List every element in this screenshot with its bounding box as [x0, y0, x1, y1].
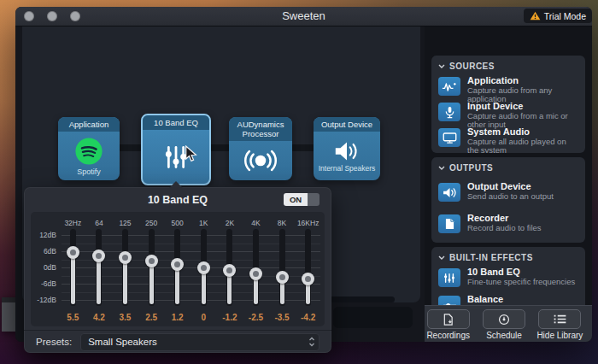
hide-library-button[interactable]	[538, 309, 581, 329]
db-scale-label: 6dB	[31, 247, 56, 255]
monitor-icon	[438, 128, 460, 147]
node-subtitle: Spotify	[77, 167, 101, 176]
eq-slider-knob[interactable]	[92, 250, 105, 262]
section-header-built-in-effects[interactable]: BUILT-IN EFFECTS	[438, 251, 578, 263]
frequency-labels: 32Hz641252505001K2K4K8K16KHz	[31, 212, 325, 227]
clock-icon	[498, 314, 510, 326]
spotify-icon	[74, 137, 103, 166]
eq-band	[112, 227, 138, 308]
eq-slider-knob[interactable]	[67, 246, 79, 259]
eq-band	[60, 227, 86, 308]
screen: Sweeten Trial Mode Application Sp	[0, 0, 598, 364]
eq-slider-knob[interactable]	[145, 255, 158, 267]
library-item-recorder[interactable]: Recorder Record audio to files	[438, 213, 578, 233]
chevron-down-icon	[438, 64, 445, 68]
preset-selected-value: Small Speakers	[88, 337, 157, 347]
trial-mode-badge[interactable]: Trial Mode	[524, 9, 592, 23]
mouse-cursor	[185, 145, 197, 162]
eq-graph-panel: 32Hz641252505001K2K4K8K16KHz 12dB 6dB 0d…	[31, 212, 325, 326]
eq-band	[138, 227, 165, 308]
node-title: Application	[58, 117, 120, 132]
eq-band	[217, 227, 243, 308]
schedule-button[interactable]	[483, 309, 525, 329]
node-connector	[292, 144, 314, 151]
section-header-outputs[interactable]: OUTPUTS	[438, 161, 578, 173]
db-scale-label: -12dB	[31, 296, 56, 304]
bottom-toolbar: Recordings Schedule	[425, 305, 592, 342]
library-item-application[interactable]: Application Capture audio from any appli…	[438, 75, 578, 101]
node-output-device[interactable]: Output Device Internal Speakers	[314, 117, 380, 180]
dynamics-icon	[241, 148, 280, 173]
recordings-button[interactable]	[427, 309, 470, 329]
db-scale-label: 0dB	[31, 263, 56, 272]
hide-library-label: Hide Library	[536, 331, 583, 340]
eq-band	[86, 227, 113, 308]
recordings-file-icon	[443, 314, 454, 326]
node-title: AUDynamics Processor	[229, 117, 292, 141]
warning-icon	[530, 11, 541, 21]
application-source-icon	[438, 77, 460, 96]
library-item-system-audio[interactable]: System Audio Capture all audio played on…	[438, 126, 578, 152]
presets-label: Presets:	[36, 337, 72, 347]
trial-mode-label: Trial Mode	[544, 11, 586, 21]
node-title: Output Device	[314, 117, 380, 132]
node-title: 10 Band EQ	[143, 115, 209, 130]
node-subtitle: Internal Speakers	[319, 164, 376, 173]
node-application[interactable]: Application Spotify	[58, 117, 120, 180]
node-audynamics-processor[interactable]: AUDynamics Processor	[229, 117, 292, 180]
schedule-label: Schedule	[486, 331, 522, 340]
library-item-input-device[interactable]: Input Device Capture audio from a mic or…	[438, 101, 578, 126]
stepper-chevrons-icon	[308, 337, 315, 347]
node-10-band-eq[interactable]: 10 Band EQ	[141, 114, 211, 185]
list-icon	[554, 314, 566, 324]
gain-values: 5.54.23.52.51.20-1.2-2.5-3.5-4.2	[31, 308, 325, 326]
db-scale-label: -6dB	[31, 279, 56, 288]
speaker-icon	[438, 183, 460, 202]
chevron-down-icon	[438, 255, 445, 260]
library-sidebar: SOURCES Application Capture audio from a…	[425, 26, 592, 342]
status-well	[333, 307, 413, 328]
eq-popover: 10 Band EQ ON 32Hz641252505001K2K4K8K16K…	[24, 187, 331, 353]
eq-slider-knob[interactable]	[171, 258, 184, 271]
recordings-label: Recordings	[426, 331, 470, 340]
eq-slider-knob[interactable]	[223, 264, 236, 277]
eq-slider-knob[interactable]	[197, 261, 210, 274]
section-header-sources[interactable]: SOURCES	[438, 60, 578, 72]
eq-band	[164, 227, 191, 308]
presets-dropdown[interactable]: Small Speakers	[80, 333, 320, 351]
node-connector	[209, 144, 229, 151]
node-connector	[120, 144, 141, 151]
library-section-outputs: OUTPUTS Output Device Send audio to an o…	[431, 157, 585, 243]
titlebar: Sweeten Trial Mode	[15, 7, 592, 26]
eq-slider-knob[interactable]	[302, 273, 314, 285]
eq-sliders-icon	[438, 268, 460, 287]
microphone-icon	[438, 103, 460, 121]
db-scale-label: 12dB	[31, 231, 56, 239]
library-section-sources: SOURCES Application Capture audio from a…	[431, 56, 585, 153]
eq-slider-knob[interactable]	[249, 267, 262, 280]
eq-band	[191, 227, 217, 308]
eq-on-toggle[interactable]: ON	[284, 193, 320, 206]
window-title: Sweeten	[15, 7, 592, 26]
eq-band	[295, 227, 321, 308]
presets-row: Presets: Small Speakers	[24, 330, 331, 353]
chevron-down-icon	[438, 166, 445, 170]
speaker-icon	[332, 140, 361, 162]
eq-band	[243, 227, 269, 308]
library-item-output-device[interactable]: Output Device Send audio to an output	[438, 181, 578, 202]
eq-slider-knob[interactable]	[119, 251, 132, 264]
eq-band	[269, 227, 296, 308]
file-icon	[438, 214, 460, 233]
library-item-10-band-eq[interactable]: 10 Band EQ Fine-tune specific frequencie…	[438, 267, 578, 287]
eq-slider-knob[interactable]	[276, 271, 289, 284]
